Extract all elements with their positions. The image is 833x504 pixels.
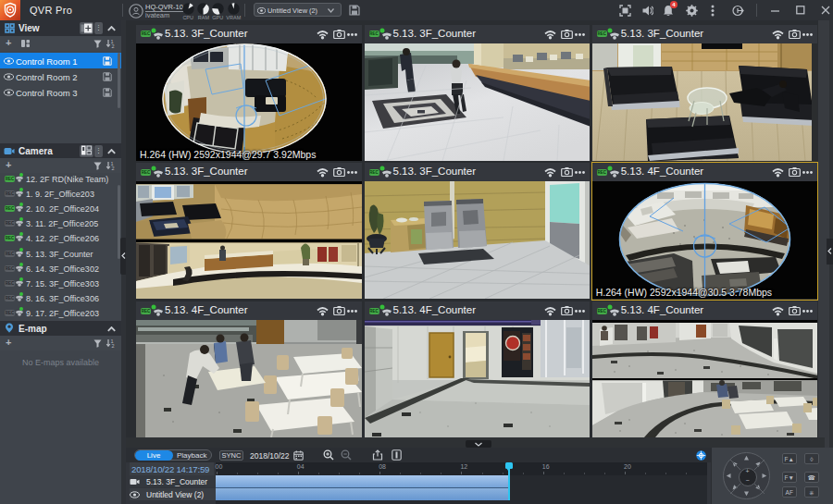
svg-text:2: 2 [112,343,115,349]
svg-text:2: 2 [112,166,115,171]
svg-text:2: 2 [112,43,115,49]
